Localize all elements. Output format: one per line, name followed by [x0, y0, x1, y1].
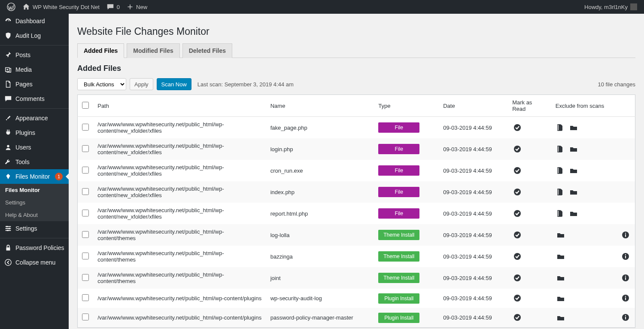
table-row: /var/www/www.wpwhitesecurity.net/public_…	[78, 224, 635, 246]
row-checkbox[interactable]	[82, 253, 89, 259]
sidebar-item-settings[interactable]: Settings	[0, 221, 69, 236]
sidebar-item-filesmon[interactable]: Files Monitor1	[0, 169, 69, 184]
site-title: WP White Security Dot Net	[33, 4, 100, 10]
media-icon	[4, 66, 12, 73]
type-pill: Plugin Install	[378, 313, 419, 323]
apply-button[interactable]: Apply	[130, 78, 153, 90]
select-all-checkbox[interactable]	[82, 102, 89, 109]
sidebar-item-plugins[interactable]: Plugins	[0, 125, 69, 140]
sidebar-item-collapse[interactable]: Collapse menu	[0, 255, 69, 270]
info-button[interactable]	[620, 230, 631, 240]
row-checkbox[interactable]	[82, 274, 89, 281]
exclude-folder-button[interactable]	[556, 313, 566, 323]
exclude-folder-button[interactable]	[568, 208, 579, 219]
row-checkbox[interactable]	[82, 231, 89, 238]
account-link[interactable]: Howdy, m3rl1nKy	[581, 0, 641, 14]
exclude-folder-button[interactable]	[556, 251, 566, 262]
exclude-file-button[interactable]	[556, 144, 566, 154]
page-icon	[4, 80, 12, 88]
wp-logo[interactable]	[3, 0, 19, 14]
exclude-folder-button[interactable]	[568, 165, 579, 176]
cell-name: cron_run.exe	[266, 160, 374, 181]
mark-read-button[interactable]	[512, 273, 522, 283]
diamond-icon	[4, 173, 12, 180]
sidebar-item-pwpolicies[interactable]: Password Policies	[0, 241, 69, 255]
mark-read-button[interactable]	[512, 122, 522, 133]
cell-name: password-policy-manager-master	[266, 308, 374, 328]
sidebar-item-appearance[interactable]: Appearance	[0, 111, 69, 125]
cell-path: /var/www/www.wpwhitesecurity.net/public_…	[93, 224, 266, 246]
col-header-path[interactable]: Path	[93, 95, 266, 117]
scan-now-button[interactable]: Scan Now	[157, 78, 191, 90]
tab-modified[interactable]: Modified Files	[127, 43, 179, 58]
site-name-link[interactable]: WP White Security Dot Net	[19, 0, 103, 14]
mark-read-button[interactable]	[512, 144, 522, 154]
cell-date: 09-03-2019 4:44:59	[439, 246, 508, 267]
cell-date: 09-03-2019 4:44:59	[439, 138, 508, 160]
tab-added[interactable]: Added Files	[77, 43, 124, 58]
row-checkbox[interactable]	[82, 188, 89, 195]
row-checkbox[interactable]	[82, 294, 89, 301]
table-row: /var/www/www.wpwhitesecurity.net/public_…	[78, 308, 635, 328]
sidebar-item-pages[interactable]: Pages	[0, 77, 69, 91]
row-checkbox[interactable]	[82, 124, 89, 131]
sidebar-item-comments[interactable]: Comments	[0, 91, 69, 106]
last-scan-text: Last scan: September 3, 2019 4:44 am	[197, 81, 294, 88]
exclude-folder-button[interactable]	[556, 293, 566, 304]
col-header-type[interactable]: Type	[374, 95, 439, 117]
sidebar-item-tools[interactable]: Tools	[0, 155, 69, 169]
exclude-file-button[interactable]	[556, 122, 566, 133]
bulk-actions-select[interactable]: Bulk Actions	[77, 78, 126, 90]
sidebar-sub-help-sub[interactable]: Help & About	[0, 209, 69, 221]
row-checkbox[interactable]	[82, 167, 89, 174]
exclude-file-button[interactable]	[556, 208, 566, 219]
exclude-folder-button[interactable]	[568, 144, 579, 154]
new-content-link[interactable]: New	[123, 0, 151, 14]
sidebar-item-label: Tools	[15, 158, 30, 165]
sidebar-item-label: Users	[15, 144, 31, 151]
sidebar-item-auditlog[interactable]: Audit Log	[0, 28, 69, 43]
cell-name: fake_page.php	[266, 117, 374, 139]
exclude-file-button[interactable]	[556, 165, 566, 176]
sidebar-item-media[interactable]: Media	[0, 62, 69, 77]
sidebar-sub-settings-sub[interactable]: Settings	[0, 196, 69, 209]
row-checkbox[interactable]	[82, 314, 89, 320]
col-header-date[interactable]: Date	[439, 95, 508, 117]
cell-date: 09-03-2019 4:44:59	[439, 289, 508, 308]
sidebar-item-posts[interactable]: Posts	[0, 48, 69, 62]
tab-deleted[interactable]: Deleted Files	[182, 43, 232, 58]
admin-sidebar: DashboardAudit LogPostsMediaPagesComment…	[0, 14, 69, 329]
exclude-folder-button[interactable]	[556, 273, 566, 283]
sidebar-sub-filesmon-sub[interactable]: Files Monitor	[0, 184, 69, 196]
mark-read-button[interactable]	[512, 187, 522, 197]
exclude-folder-button[interactable]	[556, 230, 566, 240]
exclude-folder-button[interactable]	[568, 122, 579, 133]
info-button[interactable]	[620, 312, 631, 323]
cell-path: /var/www/www.wpwhitesecurity.net/public_…	[93, 267, 266, 289]
mark-read-button[interactable]	[512, 293, 522, 303]
wordpress-icon	[7, 3, 15, 11]
sidebar-item-users[interactable]: Users	[0, 140, 69, 155]
mark-read-button[interactable]	[512, 251, 522, 262]
toolbar: Bulk Actions Apply Scan Now Last scan: S…	[77, 78, 635, 90]
row-checkbox[interactable]	[82, 145, 89, 152]
exclude-file-button[interactable]	[556, 187, 566, 197]
cell-name: bazzinga	[266, 246, 374, 267]
cell-name: login.php	[266, 138, 374, 160]
mark-read-button[interactable]	[512, 165, 522, 176]
info-button[interactable]	[620, 251, 631, 262]
mark-read-button[interactable]	[512, 312, 522, 323]
mark-read-button[interactable]	[512, 230, 522, 240]
sidebar-item-label: Posts	[15, 52, 30, 58]
col-header-name[interactable]: Name	[266, 95, 374, 117]
sidebar-item-dashboard[interactable]: Dashboard	[0, 14, 69, 28]
info-button[interactable]	[620, 273, 631, 283]
cell-name: index.php	[266, 181, 374, 203]
row-checkbox[interactable]	[82, 210, 89, 216]
comments-link[interactable]: 0	[103, 0, 123, 14]
table-row: /var/www/www.wpwhitesecurity.net/public_…	[78, 203, 635, 224]
mark-read-button[interactable]	[512, 208, 522, 219]
sidebar-item-label: Files Monitor	[15, 173, 50, 180]
exclude-folder-button[interactable]	[568, 187, 579, 197]
info-button[interactable]	[620, 293, 631, 303]
